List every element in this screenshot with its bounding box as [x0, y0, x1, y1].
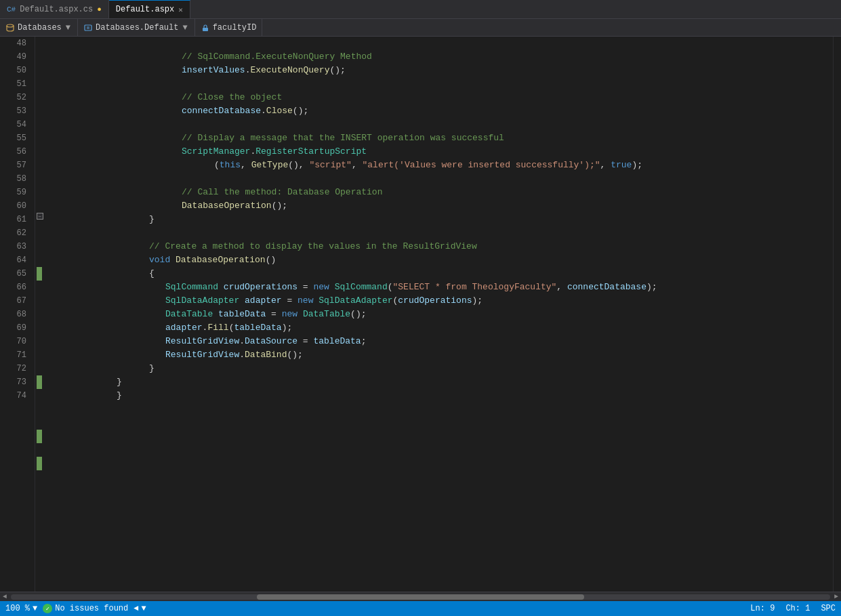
code-line-74: }	[52, 389, 833, 403]
tab-default-aspx[interactable]: Default.aspx ✕	[109, 0, 190, 18]
tab-label-aspx: Default.aspx	[116, 5, 174, 14]
ln-64: 64	[5, 253, 26, 267]
zoom-value: 100 %	[5, 604, 30, 613]
status-issues[interactable]: ✓ No issues found	[43, 604, 128, 613]
breadcrumb-arrow-2: ▼	[181, 23, 188, 33]
cs-file-icon: C#	[7, 5, 16, 14]
line-numbers: 48 49 50 51 52 53 54 55 56 57 58 59 60 6…	[0, 37, 35, 592]
breadcrumb-facultyid-label: facultyID	[213, 23, 257, 33]
code-line-49: // SqlCommand.ExecuteNonQuery Method	[52, 50, 833, 64]
ln-72: 72	[5, 362, 26, 375]
breadcrumb-default-label: Databases.Default	[96, 23, 178, 33]
ln-73: 73	[5, 375, 26, 389]
code-line-71: ResultGridView.DataBind();	[52, 348, 833, 362]
gutter-mark-58	[37, 267, 42, 281]
ln-63: 63	[5, 240, 26, 253]
scroll-right-arrow[interactable]: ►	[833, 593, 840, 600]
editor-area: 48 49 50 51 52 53 54 55 56 57 58 59 60 6…	[0, 37, 841, 592]
ln-57: 57	[5, 159, 26, 172]
database-icon	[5, 23, 15, 33]
scroll-left-arrow[interactable]: ◄	[1, 593, 8, 600]
svg-point-0	[7, 24, 14, 27]
status-right: Ln: 9 Ch: 1 SPC	[750, 604, 836, 613]
issues-check-icon: ✓	[43, 604, 52, 613]
ln-71: 71	[5, 348, 26, 362]
bottom-scrollbar[interactable]: ◄ ►	[0, 592, 841, 601]
code-line-59: // Call the method: Database Operation	[52, 186, 833, 199]
ln-69: 69	[5, 321, 26, 335]
code-line-73: }	[52, 375, 833, 389]
ln-55: 55	[5, 131, 26, 145]
breadcrumb-databases[interactable]: Databases ▼	[0, 19, 78, 36]
ln-59: 59	[5, 186, 26, 199]
tab-label-cs: Default.aspx.cs	[20, 5, 93, 14]
status-ln: Ln: 9	[750, 604, 775, 613]
breadcrumb-default[interactable]: Databases.Default ▼	[78, 19, 195, 36]
code-line-50: insertValues.ExecuteNonQuery();	[52, 64, 833, 77]
editor-gutter: −	[35, 37, 46, 592]
scroll-thumb[interactable]	[257, 594, 585, 600]
method-icon	[83, 23, 93, 33]
code-line-57: (this, GetType(), "script", "alert('Valu…	[52, 159, 833, 172]
ln-65: 65	[5, 267, 26, 281]
ln-50: 50	[5, 64, 26, 77]
ln-54: 54	[5, 118, 26, 131]
code-line-51	[52, 77, 833, 91]
nav-fwd-icon[interactable]: ▼	[141, 604, 146, 613]
ln-58: 58	[5, 172, 26, 186]
tab-close-cs[interactable]: ●	[97, 5, 102, 14]
code-line-52: // Close the object	[52, 91, 833, 104]
ln-51: 51	[5, 77, 26, 91]
ln-56: 56	[5, 145, 26, 159]
code-line-55: // Display a message that the INSERT ope…	[52, 131, 833, 145]
code-content[interactable]: // SqlCommand.ExecuteNonQuery Method ins…	[46, 37, 833, 592]
code-line-67: SqlDataAdapter adapter = new SqlDataAdap…	[52, 294, 833, 308]
svg-rect-1	[85, 25, 91, 30]
ln-62: 62	[5, 226, 26, 240]
ln-52: 52	[5, 91, 26, 104]
breadcrumb-arrow-1: ▼	[64, 23, 72, 33]
tab-default-cs[interactable]: C# Default.aspx.cs ●	[0, 0, 109, 18]
code-line-60: DatabaseOperation();	[52, 199, 833, 213]
status-zoom[interactable]: 100 % ▼	[5, 604, 37, 613]
code-line-68: DataTable tableData = new DataTable();	[52, 308, 833, 321]
ln-53: 53	[5, 104, 26, 118]
ln-49: 49	[5, 50, 26, 64]
code-line-54	[52, 118, 833, 131]
nav-back-icon[interactable]: ◄	[134, 604, 138, 613]
gutter-mark-72	[37, 457, 42, 470]
breadcrumb-facultyid[interactable]: facultyID	[195, 19, 263, 36]
code-line-63: // Create a method to display the values…	[52, 240, 833, 253]
breadcrumb-bar: Databases ▼ Databases.Default ▼ facultyI…	[0, 19, 841, 37]
code-line-53: connectDatabase.Close();	[52, 104, 833, 118]
gutter-mark-70	[37, 430, 42, 443]
issues-text: No issues found	[55, 604, 128, 613]
code-line-56: ScriptManager.RegisterStartupScript	[52, 145, 833, 159]
svg-rect-4	[203, 28, 208, 31]
status-ch: Ch: 1	[785, 604, 810, 613]
ln-68: 68	[5, 308, 26, 321]
ln-61: 61	[5, 213, 26, 226]
zoom-arrow: ▼	[33, 604, 37, 613]
code-line-58	[52, 172, 833, 186]
code-line-69: adapter.Fill(tableData);	[52, 321, 833, 335]
breadcrumb-db-label: Databases	[18, 23, 62, 33]
ln-48: 48	[5, 37, 26, 50]
status-nav[interactable]: ◄ ▼	[134, 604, 146, 613]
ln-66: 66	[5, 281, 26, 294]
status-bar: 100 % ▼ ✓ No issues found ◄ ▼ Ln: 9 Ch: …	[0, 601, 841, 616]
ln-70: 70	[5, 335, 26, 348]
collapse-button-64[interactable]: −	[37, 213, 43, 220]
code-line-72: }	[52, 362, 833, 375]
code-line-48	[52, 37, 833, 50]
editor-scrollbar[interactable]	[833, 37, 841, 592]
lock-icon	[201, 23, 210, 33]
code-line-62	[52, 226, 833, 240]
code-line-65: {	[52, 267, 833, 281]
ln-74: 74	[5, 389, 26, 403]
tab-close-aspx[interactable]: ✕	[178, 5, 183, 14]
scroll-track[interactable]	[11, 594, 830, 600]
code-line-70: ResultGridView.DataSource = tableData;	[52, 335, 833, 348]
status-left: 100 % ▼ ✓ No issues found ◄ ▼	[5, 604, 146, 613]
code-line-64: void DatabaseOperation()	[52, 253, 833, 267]
